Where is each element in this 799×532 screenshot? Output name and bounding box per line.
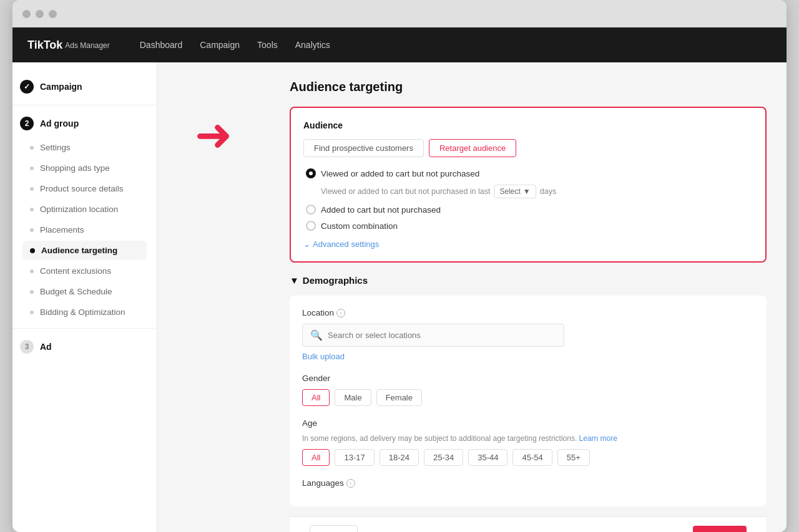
age-55-plus-btn[interactable]: 55+ [557, 449, 590, 466]
step-badge-ad: 3 [20, 340, 34, 354]
languages-label: Languages i [302, 478, 754, 488]
sidebar-item-budget-schedule[interactable]: Budget & Schedule [22, 282, 147, 301]
advanced-settings-label: Advanced settings [313, 239, 379, 249]
age-note: In some regions, ad delivery may be subj… [302, 434, 754, 443]
age-13-17-btn[interactable]: 13-17 [335, 449, 374, 466]
sidebar-item-label: Content exclusions [40, 266, 111, 276]
radio-dot-added [306, 205, 316, 215]
nav-tools[interactable]: Tools [257, 40, 278, 50]
sidebar-item-label: Budget & Schedule [40, 287, 112, 296]
days-select[interactable]: Select ▼ [494, 185, 536, 198]
sidebar-item-label: Optimization location [40, 205, 118, 214]
chevron-down-icon: ⌄ [303, 239, 310, 249]
days-label: days [540, 187, 556, 196]
advanced-settings-link[interactable]: ⌄ Advanced settings [303, 239, 753, 249]
age-25-34-btn[interactable]: 25-34 [424, 449, 463, 466]
radio-added-cart[interactable]: Added to cart but not purchased [306, 205, 753, 215]
search-icon: 🔍 [310, 329, 323, 341]
nav-campaign[interactable]: Campaign [200, 40, 240, 50]
radio-group: Viewed or added to cart but not purchase… [303, 168, 753, 231]
learn-more-link[interactable]: Learn more [579, 434, 617, 443]
age-tags: All 13-17 18-24 25-34 35-44 45-54 55+ [302, 449, 754, 466]
logo-text: TikTok [27, 39, 62, 52]
sidebar-item-optimization-location[interactable]: Optimization location [22, 200, 147, 219]
step-badge-campaign: ✓ [20, 80, 34, 94]
find-prospective-btn[interactable]: Find prospective customers [303, 139, 424, 157]
topnav: TikTok Ads Manager Dashboard Campaign To… [12, 27, 787, 62]
sidebar-step-campaign[interactable]: ✓ Campaign [12, 75, 157, 99]
gender-label-text: Gender [302, 374, 330, 383]
logo-subtext: Ads Manager [65, 41, 109, 50]
location-label-text: Location [302, 308, 334, 317]
sidebar-item-label: Settings [40, 143, 71, 152]
demographics-header[interactable]: ▼ Demographics [290, 275, 767, 286]
sidebar-label-adgroup: Ad group [40, 118, 79, 128]
sidebar-item-label: Bidding & Optimization [40, 307, 125, 317]
nav-dashboard[interactable]: Dashboard [140, 40, 183, 50]
sub-option-text: Viewed or added to cart but not purchase… [321, 187, 490, 196]
sidebar-item-placements[interactable]: Placements [22, 220, 147, 239]
age-18-24-btn[interactable]: 18-24 [380, 449, 419, 466]
sidebar-label-campaign: Campaign [40, 82, 82, 92]
chevron-down-icon: ▼ [523, 187, 531, 196]
demographics-section: ▼ Demographics Location i 🔍 [290, 275, 767, 506]
sidebar-item-shopping-ads[interactable]: Shopping ads type [22, 158, 147, 178]
radio-viewed-cart[interactable]: Viewed or added to cart but not purchase… [306, 168, 753, 178]
audience-card: Audience Find prospective customers Reta… [290, 107, 767, 263]
sidebar-step-ad[interactable]: 3 Ad [12, 335, 157, 359]
sidebar-item-label: Product source details [40, 184, 124, 193]
retarget-audience-btn[interactable]: Retarget audience [429, 139, 516, 157]
page-title: Audience targeting [290, 80, 767, 94]
gender-female-btn[interactable]: Female [376, 389, 422, 406]
logo: TikTok Ads Manager [27, 39, 110, 52]
nav-analytics[interactable]: Analytics [295, 40, 330, 50]
main-layout: ✓ Campaign 2 Ad group Settings Shopping … [12, 62, 787, 532]
languages-group: Languages i [302, 478, 754, 488]
sidebar-item-product-source[interactable]: Product source details [22, 179, 147, 198]
sidebar-item-bidding-optimization[interactable]: Bidding & Optimization [22, 302, 147, 322]
languages-info-icon[interactable]: i [346, 479, 355, 488]
radio-dot-viewed [306, 168, 316, 178]
location-search-input[interactable] [328, 331, 556, 340]
back-button[interactable]: Back [310, 525, 358, 533]
languages-label-text: Languages [302, 478, 344, 488]
sidebar-item-audience-targeting[interactable]: Audience targeting [22, 241, 147, 260]
sidebar: ✓ Campaign 2 Ad group Settings Shopping … [12, 62, 157, 532]
sidebar-item-label: Shopping ads type [40, 163, 110, 173]
age-35-44-btn[interactable]: 35-44 [468, 449, 507, 466]
sidebar-step-adgroup[interactable]: 2 Ad group [12, 112, 157, 135]
arrow-area: ➜ [157, 62, 270, 532]
next-button[interactable]: Next [693, 526, 747, 533]
location-search-box[interactable]: 🔍 [302, 324, 564, 347]
sidebar-item-content-exclusions[interactable]: Content exclusions [22, 261, 147, 281]
radio-dot-custom [306, 221, 316, 231]
bottom-bar: Back Next [290, 516, 767, 532]
gender-label: Gender [302, 374, 754, 383]
age-label: Age [302, 418, 754, 428]
age-45-54-btn[interactable]: 45-54 [512, 449, 552, 466]
sidebar-adgroup-children: Settings Shopping ads type Product sourc… [12, 138, 157, 322]
demographics-block: Location i 🔍 Bulk upload Gender [290, 296, 767, 506]
collapse-icon: ▼ [290, 275, 299, 286]
gender-all-btn[interactable]: All [302, 389, 330, 406]
close-dot [22, 10, 31, 18]
sidebar-item-label: Audience targeting [41, 246, 117, 255]
radio-label-custom: Custom combination [321, 221, 398, 231]
sidebar-item-settings[interactable]: Settings [22, 138, 147, 157]
radio-label-viewed: Viewed or added to cart but not purchase… [321, 169, 479, 178]
radio-label-added: Added to cart but not purchased [321, 205, 441, 215]
location-info-icon[interactable]: i [336, 309, 345, 317]
age-group: Age In some regions, ad delivery may be … [302, 418, 754, 466]
gender-group: Gender All Male Female [302, 374, 754, 406]
radio-custom[interactable]: Custom combination [306, 221, 753, 231]
minimize-dot [36, 10, 44, 18]
location-label: Location i [302, 308, 754, 317]
age-note-text: In some regions, ad delivery may be subj… [302, 434, 577, 443]
app-window: TikTok Ads Manager Dashboard Campaign To… [12, 0, 787, 532]
gender-tags: All Male Female [302, 389, 754, 406]
age-all-btn[interactable]: All [302, 449, 330, 466]
bulk-upload-link[interactable]: Bulk upload [302, 352, 754, 361]
gender-male-btn[interactable]: Male [335, 389, 371, 406]
pointing-arrow: ➜ [195, 112, 232, 157]
audience-section-title: Audience [303, 120, 753, 130]
